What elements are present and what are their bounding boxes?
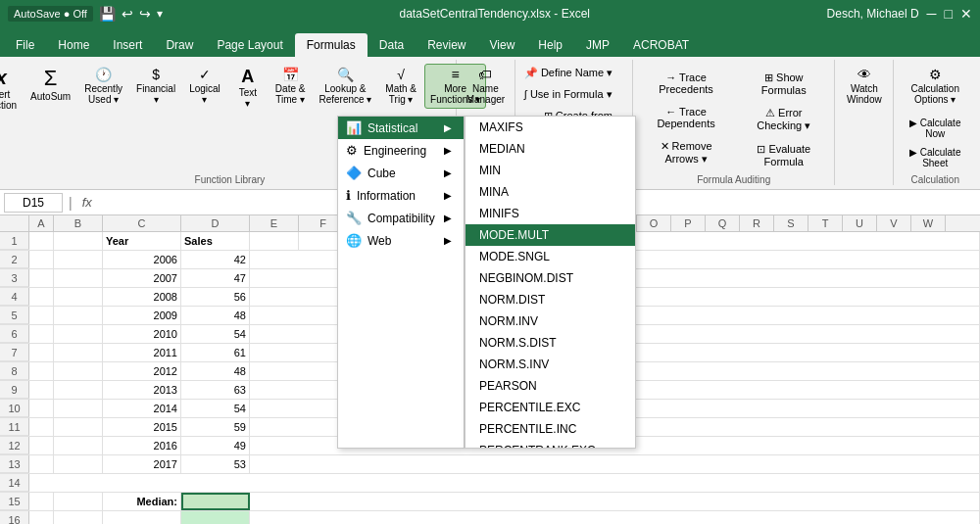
col-header-d[interactable]: D [181, 215, 250, 231]
fn-negbinom-dist[interactable]: NEGBINOM.DIST [466, 267, 635, 289]
undo-icon[interactable]: ↩ [122, 6, 133, 22]
show-formulas-button[interactable]: ⊞ Show Formulas [737, 68, 830, 100]
col-header-v[interactable]: V [877, 215, 911, 231]
formula-auditing-label: Formula Auditing [697, 171, 770, 185]
define-name-button[interactable]: 📌 Define Name ▾ [519, 64, 637, 82]
autosave-label[interactable]: AutoSave ● Off [8, 6, 93, 22]
fn-norm-inv[interactable]: NORM.INV [466, 310, 635, 332]
col-header-c[interactable]: C [103, 215, 181, 231]
col-header-s[interactable]: S [774, 215, 808, 231]
ribbon-tab-jmp[interactable]: JMP [574, 33, 621, 57]
ribbon-tab-draw[interactable]: Draw [154, 33, 205, 57]
trace-precedents-button[interactable]: → Trace Precedents [637, 68, 735, 99]
cell-c15-median[interactable]: Median: [103, 493, 181, 510]
cell-c1[interactable]: Year [103, 232, 181, 250]
col-header-w[interactable]: W [911, 215, 946, 231]
fn-percentile-inc[interactable]: PERCENTILE.INC [466, 418, 635, 440]
fn-mode-sngl[interactable]: MODE.SNGL [466, 246, 635, 267]
insert-function-button[interactable]: fx InsertFunction [0, 64, 23, 115]
redo-icon[interactable]: ↪ [139, 6, 151, 22]
more-functions-menu: 📊 Statistical ▶ ⚙ Engineering ▶ 🔷 Cube ▶ [337, 116, 636, 449]
col-header-u[interactable]: U [843, 215, 877, 231]
fn-percentile-exc[interactable]: PERCENTILE.EXC [466, 397, 635, 418]
ribbon-tab-page-layout[interactable]: Page Layout [205, 33, 294, 57]
evaluate-formula-button[interactable]: ⊡ Evaluate Formula [737, 139, 830, 171]
remove-arrows-button[interactable]: ✕ Remove Arrows ▾ [637, 136, 735, 169]
autosum-button[interactable]: Σ AutoSum [24, 64, 76, 106]
ribbon-group-calculation: ⚙ CalculationOptions ▾ ▶ Calculate Now ▶… [894, 60, 976, 185]
statistical-submenu: MAXIFS MEDIAN MIN MINA MINIFS MODE.MULT … [465, 116, 636, 449]
recently-used-button[interactable]: 🕐 RecentlyUsed ▾ [78, 64, 128, 109]
fn-min[interactable]: MIN [466, 160, 635, 181]
col-header-r[interactable]: R [740, 215, 774, 231]
col-header-q[interactable]: Q [706, 215, 740, 231]
ribbon-tab-view[interactable]: View [478, 33, 527, 57]
cell-e1[interactable] [250, 232, 299, 250]
menu-item-compatibility[interactable]: 🔧 Compatibility ▶ [338, 207, 464, 229]
fn-norm-s-inv[interactable]: NORM.S.INV [466, 354, 635, 375]
cell-d15-selected[interactable] [181, 493, 250, 510]
watch-window-button[interactable]: 👁 WatchWindow [841, 64, 888, 109]
close-icon[interactable]: ✕ [960, 6, 972, 22]
row-num-1: 1 [0, 232, 29, 250]
menu-item-web[interactable]: 🌐 Web ▶ [338, 229, 464, 252]
ribbon-tab-home[interactable]: Home [46, 33, 101, 57]
menu-item-engineering[interactable]: ⚙ Engineering ▶ [338, 139, 464, 162]
title-bar-right: Desch, Michael D ─ □ ✕ [827, 6, 972, 22]
logical-button[interactable]: ✓ Logical▾ [183, 64, 226, 109]
lookup-reference-button[interactable]: 🔍 Lookup &Reference ▾ [313, 64, 377, 109]
use-in-formula-button[interactable]: ∫ Use in Formula ▾ [519, 85, 637, 104]
math-trig-button[interactable]: √ Math &Trig ▾ [379, 64, 422, 109]
fn-mina[interactable]: MINA [466, 181, 635, 203]
save-icon[interactable]: 💾 [99, 6, 116, 22]
col-header-t[interactable]: T [808, 215, 843, 231]
calculate-now-button[interactable]: ▶ Calculate Now [898, 115, 972, 142]
col-header-a[interactable]: A [29, 215, 54, 231]
cell-d2[interactable]: 42 [181, 251, 250, 268]
name-box[interactable] [4, 193, 63, 213]
calculate-sheet-button[interactable]: ▶ Calculate Sheet [898, 144, 972, 171]
cell-b1[interactable] [54, 232, 103, 250]
ribbon-tab-formulas[interactable]: Formulas [295, 33, 368, 57]
fn-norm-dist[interactable]: NORM.DIST [466, 289, 635, 310]
fn-minifs[interactable]: MINIFS [466, 203, 635, 224]
fn-mode-mult[interactable]: MODE.MULT [466, 224, 635, 246]
cell-c2[interactable]: 2006 [103, 251, 181, 268]
cell-a1[interactable] [29, 232, 54, 250]
menu-item-information[interactable]: ℹ Information ▶ [338, 184, 464, 207]
col-header-e[interactable]: E [250, 215, 299, 231]
fn-pearson[interactable]: PEARSON [466, 375, 635, 397]
error-checking-button[interactable]: ⚠ Error Checking ▾ [737, 103, 830, 136]
minimize-icon[interactable]: ─ [927, 6, 937, 22]
text-button[interactable]: A Text▾ [228, 64, 268, 113]
maximize-icon[interactable]: □ [945, 6, 953, 22]
more-functions-dropdown: 📊 Statistical ▶ ⚙ Engineering ▶ 🔷 Cube ▶ [337, 116, 465, 449]
ribbon-tab-acrobat[interactable]: ACROBAT [621, 33, 701, 57]
financial-button[interactable]: $ Financial▾ [130, 64, 181, 109]
table-row: 14 [0, 474, 980, 493]
fn-maxifs[interactable]: MAXIFS [466, 117, 635, 138]
fn-norm-s-dist[interactable]: NORM.S.DIST [466, 332, 635, 354]
cell-d1[interactable]: Sales [181, 232, 250, 250]
ribbon-tab-data[interactable]: Data [368, 33, 416, 57]
cell-d16[interactable] [181, 511, 250, 524]
col-header-o[interactable]: O [637, 215, 671, 231]
table-row: 16 [0, 511, 980, 524]
title-bar: AutoSave ● Off 💾 ↩ ↪ ▾ dataSetCentralTen… [0, 0, 980, 27]
ribbon-tab-file[interactable]: File [4, 33, 46, 57]
fn-percentrank-exc[interactable]: PERCENTRANK.EXC [466, 440, 635, 449]
fx-button[interactable]: fx [78, 195, 96, 210]
date-time-button[interactable]: 📅 Date &Time ▾ [270, 64, 312, 109]
trace-dependents-button[interactable]: ← Trace Dependents [637, 102, 735, 133]
menu-item-statistical[interactable]: 📊 Statistical ▶ [338, 117, 464, 139]
calculation-options-button[interactable]: ⚙ CalculationOptions ▾ [905, 64, 964, 109]
menu-item-cube[interactable]: 🔷 Cube ▶ [338, 162, 464, 184]
ribbon-tab-review[interactable]: Review [416, 33, 477, 57]
col-header-p[interactable]: P [671, 215, 706, 231]
table-row: 15 Median: [0, 493, 980, 511]
ribbon-tab-help[interactable]: Help [526, 33, 574, 57]
ribbon-tab-insert[interactable]: Insert [101, 33, 154, 57]
name-manager-button[interactable]: 🏷 NameManager [461, 64, 511, 109]
col-header-b[interactable]: B [54, 215, 103, 231]
fn-median[interactable]: MEDIAN [466, 138, 635, 160]
